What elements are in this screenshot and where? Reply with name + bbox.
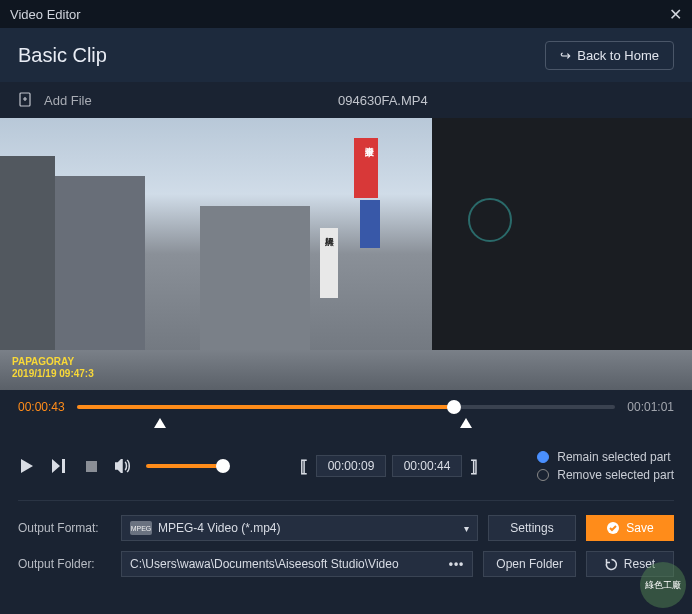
street-sign (360, 200, 380, 248)
open-folder-button[interactable]: Open Folder (483, 551, 576, 577)
volume-icon (115, 459, 131, 473)
current-time: 00:00:43 (18, 400, 65, 414)
set-end-bracket[interactable]: ⟧ (468, 457, 480, 476)
seek-bar[interactable] (77, 405, 616, 409)
settings-button[interactable]: Settings (488, 515, 576, 541)
add-file-label: Add File (44, 93, 92, 108)
app-title: Video Editor (10, 7, 81, 22)
close-icon[interactable]: ✕ (669, 5, 682, 24)
street-sign: 永豐金證券 (354, 138, 378, 198)
radio-icon (537, 451, 549, 463)
stop-button[interactable] (82, 457, 100, 475)
back-to-home-button[interactable]: ↪ Back to Home (545, 41, 674, 70)
timeline: 00:00:43 00:01:01 (0, 390, 692, 436)
titlebar: Video Editor ✕ (0, 0, 692, 28)
current-filename: 094630FA.MP4 (92, 93, 674, 108)
format-value: MPEG-4 Video (*.mp4) (158, 521, 281, 535)
clip-start-marker[interactable] (154, 418, 166, 428)
output-folder-input[interactable]: C:\Users\wawa\Documents\Aiseesoft Studio… (121, 551, 473, 577)
selection-mode: Remain selected part Remove selected par… (537, 448, 674, 484)
page-title: Basic Clip (18, 44, 545, 67)
set-start-bracket[interactable]: ⟦ (298, 457, 310, 476)
remain-selected-radio[interactable]: Remain selected part (537, 448, 674, 466)
seek-thumb[interactable] (447, 400, 461, 414)
output-panel: Output Format: MPEG MPEG-4 Video (*.mp4)… (0, 505, 692, 597)
folder-path: C:\Users\wawa\Documents\Aiseesoft Studio… (130, 557, 399, 571)
remove-selected-radio[interactable]: Remove selected part (537, 466, 674, 484)
clip-start-input[interactable] (316, 455, 386, 477)
volume-slider[interactable] (146, 464, 224, 468)
remain-label: Remain selected part (557, 448, 670, 466)
radio-icon (537, 469, 549, 481)
remove-label: Remove selected part (557, 466, 674, 484)
play-button[interactable] (18, 457, 36, 475)
playback-controls: ⟦ ⟧ Remain selected part Remove selected… (0, 436, 692, 496)
toolbar: Add File 094630FA.MP4 (0, 82, 692, 118)
video-preview[interactable]: 永豐金證券 黑橋牌 PAPAGORAY 2019/1/19 09:47:3 (0, 118, 692, 390)
watermark-badge: 綠色工廠 (640, 562, 686, 608)
browse-folder-button[interactable]: ••• (449, 557, 465, 571)
file-add-icon (18, 92, 34, 108)
duration-time: 00:01:01 (627, 400, 674, 414)
output-format-select[interactable]: MPEG MPEG-4 Video (*.mp4) ▾ (121, 515, 478, 541)
street-sign: 黑橋牌 (320, 228, 338, 298)
building-logo (468, 198, 512, 242)
clip-range: ⟦ ⟧ (298, 455, 480, 477)
return-icon: ↪ (560, 48, 571, 63)
volume-thumb[interactable] (216, 459, 230, 473)
play-icon (21, 459, 33, 473)
output-folder-label: Output Folder: (18, 557, 111, 571)
reset-icon (605, 558, 618, 571)
step-button[interactable] (50, 457, 68, 475)
stop-icon (86, 461, 97, 472)
volume-button[interactable] (114, 457, 132, 475)
mpeg-icon: MPEG (130, 521, 152, 535)
add-file-button[interactable]: Add File (18, 92, 92, 108)
save-button[interactable]: Save (586, 515, 674, 541)
clip-end-input[interactable] (392, 455, 462, 477)
step-forward-icon (52, 459, 66, 473)
clip-end-marker[interactable] (460, 418, 472, 428)
chevron-down-icon: ▾ (464, 523, 469, 534)
output-format-label: Output Format: (18, 521, 111, 535)
check-circle-icon (606, 521, 620, 535)
divider (18, 500, 674, 501)
back-label: Back to Home (577, 48, 659, 63)
video-watermark: PAPAGORAY 2019/1/19 09:47:3 (12, 356, 94, 380)
header: Basic Clip ↪ Back to Home (0, 28, 692, 82)
svg-rect-1 (86, 461, 97, 472)
